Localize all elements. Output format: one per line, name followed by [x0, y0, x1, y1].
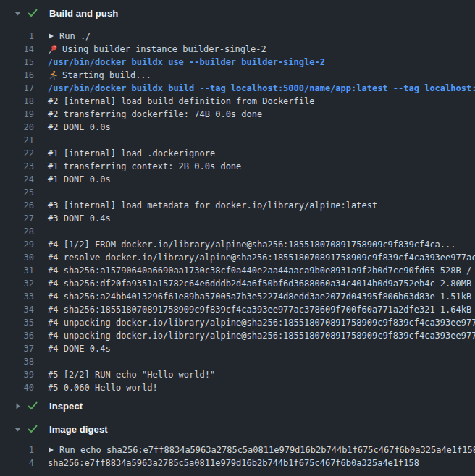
log-line: 21 [0, 134, 475, 147]
log-line: 4sha256:e7ff8834a5963a2785c5a0811e979d16… [0, 456, 475, 469]
chevron-right-icon[interactable] [14, 402, 22, 410]
log-text-content: #4 sha256:a15790640a6690aa1730c38cf0a440… [48, 264, 475, 277]
log-text: #2 [internal] load build definition from… [48, 95, 314, 108]
log-line: 24#1 DONE 0.0s [0, 173, 475, 186]
section-title: Build and push [49, 8, 118, 19]
line-number[interactable]: 30 [0, 251, 34, 264]
log-text: #4 unpacking docker.io/library/alpine@sh… [48, 329, 475, 342]
log-text: #1 transferring context: 2B 0.0s done [48, 160, 241, 173]
log-line: 18#2 [internal] load build definition fr… [0, 95, 475, 108]
line-number[interactable]: 40 [0, 381, 34, 394]
log-text-content: #3 DONE 0.4s [48, 212, 111, 225]
log-text-content: #4 sha256:185518070891758909c9f839cf4ca3… [48, 303, 475, 316]
line-number[interactable]: 33 [0, 290, 34, 303]
log-line: 33#4 sha256:a24bb4013296f61e89ba57005a7b… [0, 290, 475, 303]
log-text: #1 [internal] load .dockerignore [48, 147, 215, 160]
pushpin-icon [48, 44, 58, 54]
line-number[interactable]: 20 [0, 121, 34, 134]
log-text: Starting build... [48, 69, 151, 82]
log-line: 29#4 [1/2] FROM docker.io/library/alpine… [0, 238, 475, 251]
success-check-icon [28, 425, 38, 433]
log-text-content: #4 unpacking docker.io/library/alpine@sh… [48, 329, 475, 342]
line-number[interactable]: 15 [0, 56, 34, 69]
line-number[interactable]: 28 [0, 225, 34, 238]
log-line: 31#4 sha256:a15790640a6690aa1730c38cf0a4… [0, 264, 475, 277]
expand-chevron-icon[interactable] [48, 446, 54, 454]
log-line: 38 [0, 355, 475, 368]
line-number[interactable]: 39 [0, 368, 34, 381]
line-number[interactable]: 25 [0, 186, 34, 199]
line-number[interactable]: 38 [0, 355, 34, 368]
section-header[interactable]: Image digest [0, 422, 475, 436]
log-line: 14Using builder instance builder-single-… [0, 43, 475, 56]
log-text: #2 DONE 0.0s [48, 121, 111, 134]
log-text: #2 transferring dockerfile: 74B 0.0s don… [48, 108, 262, 121]
line-number[interactable]: 27 [0, 212, 34, 225]
log-text-content: #4 [1/2] FROM docker.io/library/alpine@s… [48, 238, 456, 251]
log-text-content: Using builder instance builder-single-2 [62, 43, 266, 56]
line-number[interactable]: 32 [0, 277, 34, 290]
log-text-content: #1 DONE 0.0s [48, 173, 111, 186]
log-line: 39#5 [2/2] RUN echo "Hello world!" [0, 368, 475, 381]
log-line: 15/usr/bin/docker buildx use --builder b… [0, 56, 475, 69]
actions-log-viewer: Build and push1Run ./14Using builder ins… [0, 0, 475, 476]
line-number[interactable]: 29 [0, 238, 34, 251]
log-line: 30#4 resolve docker.io/library/alpine@sh… [0, 251, 475, 264]
line-number[interactable]: 21 [0, 134, 34, 147]
log-line: 40#5 0.060 Hello world! [0, 381, 475, 394]
line-number[interactable]: 1 [0, 30, 34, 43]
log-lines: 1Run ./14Using builder instance builder-… [0, 30, 475, 394]
log-text-content: #1 [internal] load .dockerignore [48, 147, 215, 160]
line-number[interactable]: 35 [0, 316, 34, 329]
log-text: #4 sha256:df20fa9351a15782c64e6dddb2d4a6… [48, 277, 475, 290]
log-line: 36#4 unpacking docker.io/library/alpine@… [0, 329, 475, 342]
log-line: 26#3 [internal] load metadata for docker… [0, 199, 475, 212]
log-text-content: #4 sha256:df20fa9351a15782c64e6dddb2d4a6… [48, 277, 475, 290]
log-text: #4 DONE 0.4s [48, 342, 111, 355]
line-number[interactable]: 23 [0, 160, 34, 173]
log-text: #4 [1/2] FROM docker.io/library/alpine@s… [48, 238, 456, 251]
line-number[interactable]: 4 [0, 456, 34, 469]
line-number[interactable]: 17 [0, 82, 34, 95]
line-number[interactable]: 16 [0, 69, 34, 82]
log-section: Inspect [0, 399, 475, 413]
log-text-content: #2 transferring dockerfile: 74B 0.0s don… [48, 108, 262, 121]
line-number[interactable]: 37 [0, 342, 34, 355]
line-number[interactable]: 36 [0, 329, 34, 342]
line-number[interactable]: 24 [0, 173, 34, 186]
log-line: 28 [0, 225, 475, 238]
chevron-down-icon[interactable] [14, 9, 22, 17]
chevron-down-icon[interactable] [14, 425, 22, 433]
line-number[interactable]: 14 [0, 43, 34, 56]
log-text-content: sha256:e7ff8834a5963a2785c5a0811e979d16b… [48, 456, 419, 469]
line-number[interactable]: 18 [0, 95, 34, 108]
section-header[interactable]: Inspect [0, 399, 475, 413]
log-text-content: #4 DONE 0.4s [48, 342, 111, 355]
log-line: 37#4 DONE 0.4s [0, 342, 475, 355]
log-line: 32#4 sha256:df20fa9351a15782c64e6dddb2d4… [0, 277, 475, 290]
line-number[interactable]: 31 [0, 264, 34, 277]
line-number[interactable]: 19 [0, 108, 34, 121]
log-line: 19#2 transferring dockerfile: 74B 0.0s d… [0, 108, 475, 121]
log-line: 22#1 [internal] load .dockerignore [0, 147, 475, 160]
log-text-content: Run echo sha256:e7ff8834a5963a2785c5a081… [59, 443, 475, 456]
log-line: 1Run echo sha256:e7ff8834a5963a2785c5a08… [0, 443, 475, 456]
log-line: 17/usr/bin/docker buildx build --tag loc… [0, 82, 475, 95]
section-title: Inspect [49, 401, 83, 412]
expand-chevron-icon[interactable] [48, 33, 54, 40]
success-check-icon [28, 9, 38, 17]
section-header[interactable]: Build and push [0, 6, 475, 20]
log-lines: 1Run echo sha256:e7ff8834a5963a2785c5a08… [0, 443, 475, 469]
log-text: Run echo sha256:e7ff8834a5963a2785c5a081… [48, 443, 475, 456]
line-number[interactable]: 1 [0, 443, 34, 456]
success-check-icon [28, 401, 38, 410]
log-text: sha256:e7ff8834a5963a2785c5a0811e979d16b… [48, 456, 419, 469]
log-section: Build and push1Run ./14Using builder ins… [0, 6, 475, 394]
line-number[interactable]: 22 [0, 147, 34, 160]
line-number[interactable]: 34 [0, 303, 34, 316]
log-text-content: #4 resolve docker.io/library/alpine@sha2… [48, 251, 475, 264]
log-line: 27#3 DONE 0.4s [0, 212, 475, 225]
log-text-content: #5 0.060 Hello world! [48, 381, 158, 394]
line-number[interactable]: 26 [0, 199, 34, 212]
log-text-content: #4 sha256:a24bb4013296f61e89ba57005a7b3e… [48, 290, 475, 303]
